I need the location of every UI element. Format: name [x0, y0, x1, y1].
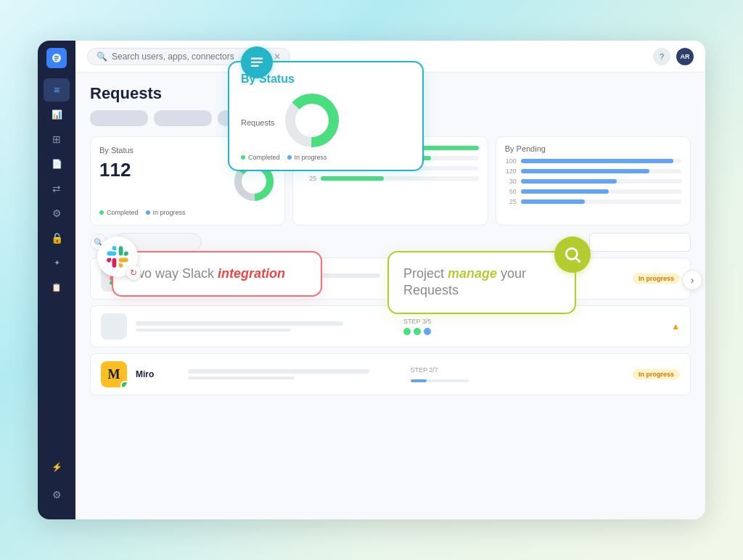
bar-label-2: 30 [302, 155, 316, 162]
nav-arrow-left[interactable]: ‹ [115, 270, 136, 290]
slack-dot-2 [414, 328, 421, 335]
sidebar-item-requests[interactable]: ≡ [44, 78, 70, 102]
sidebar-item-integrations[interactable]: ✦ [44, 251, 70, 274]
legend-inprogress: In progress [146, 209, 186, 216]
filter-pill-3[interactable] [218, 110, 276, 126]
request-list: Figma STEP 1/5 In progress [75, 252, 705, 395]
main-window: ≡ 📊 ⊞ 📄 ⇄ ⚙ 🔒 ✦ 📋 [38, 41, 705, 519]
miro-status-dot [120, 381, 127, 387]
search-icon: 🔍 [97, 52, 107, 62]
hbar-label-3: 30 [505, 178, 517, 185]
miro-name: Miro [136, 369, 179, 379]
miro-step: STEP 2/7 [411, 366, 625, 382]
bar-label-4: 25 [302, 175, 316, 182]
miro-step-progress [411, 379, 469, 382]
card-by-status-legend: Completed In progress [99, 209, 276, 216]
figma-step: STEP 1/5 [411, 271, 625, 287]
completed-dot [99, 210, 104, 215]
sidebar-logo[interactable] [46, 48, 67, 68]
sidebar-item-settings-gear[interactable]: ⚙ [44, 202, 70, 225]
completed-label: Completed [107, 209, 139, 216]
miro-bar-2 [188, 376, 295, 379]
hbar-fill-2 [521, 169, 649, 173]
warning-icon: ▲ [671, 321, 680, 332]
hbar-fill-5 [521, 199, 586, 204]
bar-track-4 [321, 176, 478, 181]
hbar-row-4: 50 [505, 188, 681, 195]
bar-fill-1 [321, 146, 478, 150]
reports-icon: 📋 [52, 283, 62, 292]
bar-fill-3 [321, 166, 408, 170]
card-bar-chart: 150 30 50 2 [292, 136, 488, 226]
bar-row-2: 30 [302, 155, 478, 162]
sidebar-item-settings[interactable]: ⚙ [44, 483, 70, 506]
bar-fill-4 [321, 176, 384, 181]
slack-details [136, 321, 395, 332]
settings-icon: ⚙ [52, 489, 62, 501]
slack-dot-3 [424, 328, 431, 335]
help-button[interactable]: ? [653, 48, 670, 65]
hbar-track-5 [521, 199, 681, 204]
sidebar-item-reports[interactable]: 📋 [44, 276, 70, 299]
hbar-fill-1 [521, 159, 673, 163]
hbar-label-4: 50 [505, 188, 517, 195]
figma-details [188, 273, 402, 284]
figma-status-badge: In progress [633, 273, 680, 284]
hbar-label-2: 120 [505, 168, 517, 175]
filter-pill-2[interactable] [154, 110, 212, 126]
svg-point-6 [245, 173, 263, 190]
hbar-track-2 [521, 169, 681, 173]
sidebar-item-power[interactable]: ⚡ [44, 456, 70, 479]
sidebar-item-connectors[interactable]: ⇄ [44, 177, 70, 200]
filter-pill-1[interactable] [90, 110, 148, 126]
bar-track-3 [321, 166, 478, 170]
filter-bar [90, 110, 691, 126]
request-row-slack: STEP 3/5 ▲ [90, 305, 691, 347]
bar-label-3: 50 [302, 165, 316, 172]
request-row-figma: Figma STEP 1/5 In progress [90, 258, 691, 300]
avatar[interactable]: AR [676, 48, 694, 65]
search-input[interactable] [112, 52, 269, 62]
legend-completed: Completed [99, 209, 139, 216]
hbar-track-3 [521, 179, 681, 184]
bar-label-1: 150 [302, 144, 316, 152]
power-icon: ⚡ [52, 462, 62, 472]
hbar-row-1: 100 [505, 157, 681, 165]
lock-icon: 🔒 [51, 232, 63, 244]
slack-step: STEP 3/5 [403, 318, 662, 335]
hbar-row-2: 120 [505, 168, 681, 175]
gear-icon: ⚙ [52, 207, 62, 219]
sidebar-item-documents[interactable]: 📄 [44, 152, 70, 176]
miro-app-icon: M [101, 361, 127, 387]
hbar-label-1: 100 [505, 157, 517, 165]
sidebar-item-apps[interactable]: ⊞ [44, 128, 70, 151]
card-pending: By Pending 100 120 30 [496, 136, 691, 226]
hbar-fill-3 [521, 179, 617, 184]
miro-progress-fill [411, 379, 427, 382]
inprogress-dot [146, 210, 150, 215]
nav-arrow-right[interactable]: › [682, 270, 702, 290]
miro-details [188, 369, 402, 379]
sidebar-item-security[interactable]: 🔒 [44, 226, 70, 250]
search-small-icon[interactable]: 🔍 [90, 234, 107, 251]
request-row-miro: M Miro STEP 2/7 In progress [90, 353, 691, 395]
miro-status-badge: In progress [633, 369, 680, 379]
card-by-status: By Status 112 Completed [90, 136, 285, 226]
close-icon[interactable]: ✕ [274, 52, 281, 62]
search-input-bar[interactable] [115, 233, 202, 252]
filter-dropdown[interactable] [589, 233, 691, 252]
figma-bar-1 [188, 273, 380, 278]
requests-icon: ≡ [54, 84, 59, 96]
search-bar[interactable]: 🔍 ✕ [87, 48, 290, 65]
slack-bar-2 [136, 329, 291, 332]
figma-progress-fill [411, 284, 422, 287]
bar-row-3: 50 [302, 165, 478, 172]
svg-rect-1 [54, 56, 59, 57]
inprogress-label: In progress [153, 209, 186, 216]
hbar-label-5: 25 [505, 198, 517, 205]
hbar-fill-4 [521, 189, 609, 194]
sidebar-item-dashboard[interactable]: 📊 [44, 103, 70, 126]
slack-step-label: STEP 3/5 [403, 318, 662, 325]
sidebar-nav: ≡ 📊 ⊞ 📄 ⇄ ⚙ 🔒 ✦ 📋 [44, 78, 70, 456]
miro-bar-1 [188, 369, 369, 374]
